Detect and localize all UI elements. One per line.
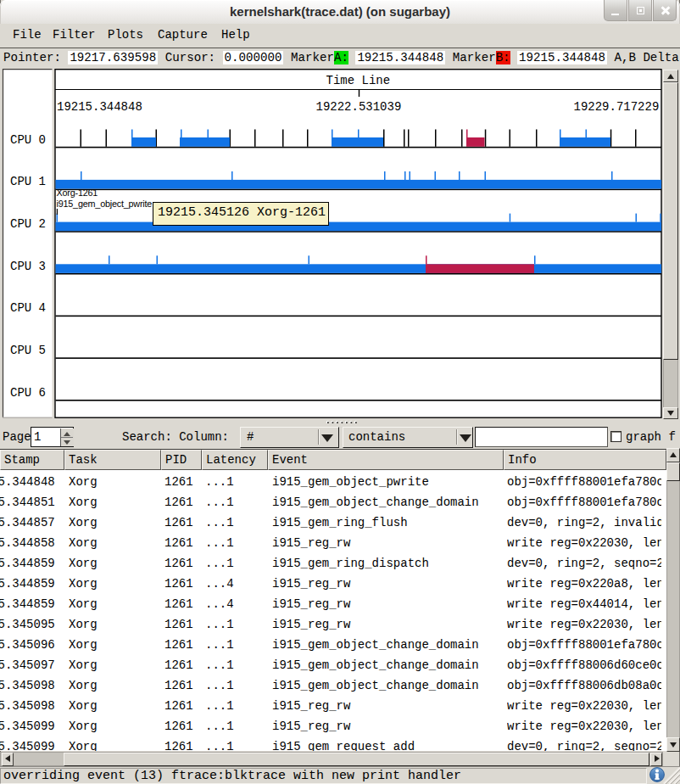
svg-text:Time Line: Time Line — [326, 74, 391, 87]
svg-text:19215.344848: 19215.344848 — [57, 100, 142, 114]
svg-text:CPU 6: CPU 6 — [10, 386, 46, 400]
svg-text:CPU 4: CPU 4 — [10, 301, 46, 315]
svg-text:CPU 1: CPU 1 — [10, 175, 46, 188]
svg-text:CPU 2: CPU 2 — [10, 217, 46, 231]
svg-text:19229.717229: 19229.717229 — [574, 100, 660, 114]
svg-text:CPU 0: CPU 0 — [10, 133, 46, 147]
svg-text:CPU 3: CPU 3 — [10, 260, 46, 273]
svg-text:CPU 5: CPU 5 — [10, 344, 46, 357]
svg-text:19222.531039: 19222.531039 — [316, 100, 402, 114]
